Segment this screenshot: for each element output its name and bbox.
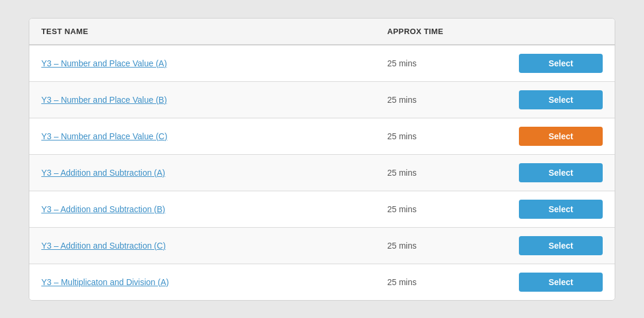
select-button[interactable]: Select xyxy=(519,163,603,182)
test-name-link[interactable]: Y3 – Number and Place Value (C) xyxy=(41,132,387,141)
select-button[interactable]: Select xyxy=(519,90,603,109)
test-name-link[interactable]: Y3 – Addition and Subtraction (C) xyxy=(41,241,387,250)
col-header-action xyxy=(519,27,603,36)
approx-time: 25 mins xyxy=(387,59,519,68)
col-header-approx-time: APPROX TIME xyxy=(387,27,519,36)
test-name-link[interactable]: Y3 – Multiplicaton and Division (A) xyxy=(41,277,387,287)
select-button[interactable]: Select xyxy=(519,127,603,146)
table-row: Y3 – Multiplicaton and Division (A)25 mi… xyxy=(29,264,615,300)
table-row: Y3 – Number and Place Value (A)25 minsSe… xyxy=(29,45,615,82)
select-button[interactable]: Select xyxy=(519,236,603,255)
approx-time: 25 mins xyxy=(387,204,519,214)
test-name-link[interactable]: Y3 – Addition and Subtraction (A) xyxy=(41,168,387,178)
select-button[interactable]: Select xyxy=(519,200,603,219)
table-row: Y3 – Addition and Subtraction (A)25 mins… xyxy=(29,155,615,191)
test-name-link[interactable]: Y3 – Number and Place Value (A) xyxy=(41,59,387,68)
test-name-link[interactable]: Y3 – Addition and Subtraction (B) xyxy=(41,204,387,214)
table-row: Y3 – Number and Place Value (B)25 minsSe… xyxy=(29,82,615,118)
table-row: Y3 – Addition and Subtraction (C)25 mins… xyxy=(29,228,615,264)
tests-table: TEST NAME APPROX TIME Y3 – Number and Pl… xyxy=(29,18,615,301)
table-header: TEST NAME APPROX TIME xyxy=(29,19,615,45)
table-body: Y3 – Number and Place Value (A)25 minsSe… xyxy=(29,45,615,300)
select-button[interactable]: Select xyxy=(519,54,603,73)
approx-time: 25 mins xyxy=(387,132,519,141)
table-row: Y3 – Number and Place Value (C)25 minsSe… xyxy=(29,118,615,155)
approx-time: 25 mins xyxy=(387,168,519,178)
approx-time: 25 mins xyxy=(387,277,519,287)
test-name-link[interactable]: Y3 – Number and Place Value (B) xyxy=(41,95,387,105)
approx-time: 25 mins xyxy=(387,95,519,105)
table-row: Y3 – Addition and Subtraction (B)25 mins… xyxy=(29,191,615,228)
select-button[interactable]: Select xyxy=(519,273,603,292)
col-header-test-name: TEST NAME xyxy=(41,27,387,36)
approx-time: 25 mins xyxy=(387,241,519,250)
